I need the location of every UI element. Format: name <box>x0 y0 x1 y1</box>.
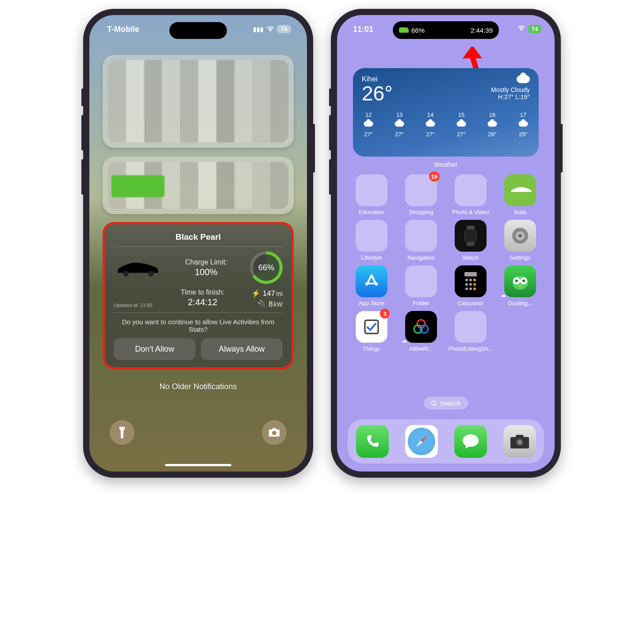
car-icon <box>114 257 162 278</box>
notification-blurred <box>103 55 294 148</box>
home-indicator[interactable] <box>165 464 231 466</box>
charge-limit-value: 100% <box>168 267 245 277</box>
status-icons: ▮▮▮ 74 <box>253 25 291 33</box>
gear-icon <box>510 226 530 246</box>
svg-rect-9 <box>464 272 477 276</box>
dont-allow-button[interactable]: Don't Allow <box>114 338 196 360</box>
svg-point-11 <box>469 279 472 281</box>
dock-camera[interactable] <box>503 425 536 458</box>
dock <box>348 419 544 464</box>
search-icon <box>431 400 437 406</box>
svg-point-12 <box>473 279 476 281</box>
app-watch[interactable]: Watch <box>448 220 494 261</box>
time-to-finish-value: 2:44:12 <box>168 297 238 307</box>
svg-point-22 <box>515 280 518 282</box>
home-screen[interactable]: 11:01 66% 2:44:39 74 Kihei 26° Mostly Cl… <box>337 15 555 472</box>
updated-label: Updated at: 11:00 <box>114 303 162 310</box>
cellular-icon: ▮▮▮ <box>253 26 264 33</box>
car-icon <box>399 27 409 33</box>
app-navigation[interactable]: Navigation <box>398 220 444 261</box>
svg-point-16 <box>465 288 468 290</box>
app-calculator[interactable]: Calculator <box>448 265 494 307</box>
svg-point-1 <box>148 271 154 276</box>
app-duolingo[interactable]: ☁Duoling... <box>497 265 543 307</box>
dynamic-island[interactable] <box>169 22 227 39</box>
notification-blurred <box>103 157 294 214</box>
lock-screen: T-Mobile ▮▮▮ 74 Black Pearl Charge Limit… <box>89 15 307 472</box>
battery-indicator: 74 <box>528 25 541 33</box>
status-icons: 74 <box>518 25 541 33</box>
live-activity-card[interactable]: Black Pearl Charge Limit: 100% 66% Updat… <box>103 222 294 369</box>
app-grid: Education 19Shopping Photo & Video Stats… <box>349 174 543 352</box>
battery-indicator: 74 <box>277 25 291 33</box>
owl-icon <box>509 270 531 292</box>
badge: 3 <box>380 309 390 318</box>
svg-line-29 <box>435 404 437 406</box>
wifi-icon <box>266 26 274 32</box>
app-appstore[interactable]: App Store <box>349 265 395 307</box>
app-education[interactable]: Education <box>349 174 395 215</box>
app-alltherings[interactable]: ☁AlltheRi... <box>398 311 444 352</box>
weather-hourly: 1227°1327°1427°1527°1626°1725° <box>362 111 530 138</box>
svg-point-15 <box>473 283 476 286</box>
no-older-notifications-label: No Older Notifications <box>89 382 307 391</box>
app-photo-video[interactable]: Photo & Video <box>448 174 494 215</box>
clock-label: 11:01 <box>353 25 373 34</box>
island-timer: 2:44:39 <box>471 27 493 34</box>
weather-temperature: 26° <box>362 83 393 104</box>
svg-rect-4 <box>465 229 476 242</box>
svg-point-0 <box>123 271 129 276</box>
live-activity-title: Black Pearl <box>114 232 283 242</box>
weather-condition: Mostly Cloudy <box>491 86 530 93</box>
badge: 19 <box>429 172 440 181</box>
flashlight-button[interactable] <box>110 420 134 445</box>
app-things[interactable]: 3Things <box>349 311 395 352</box>
spotlight-search-button[interactable]: Search <box>424 397 468 410</box>
camera-button[interactable] <box>262 420 287 445</box>
app-stats[interactable]: Stats <box>497 174 543 215</box>
live-activity-question: Do you want to continue to allow Live Ac… <box>114 318 283 333</box>
charge-progress-ring: 66% <box>250 251 283 284</box>
dynamic-island-live[interactable]: 66% 2:44:39 <box>393 21 499 39</box>
svg-point-23 <box>522 280 525 282</box>
weather-widget-label: Weather <box>337 161 555 168</box>
always-allow-button[interactable]: Always Allow <box>201 338 283 360</box>
island-percent: 66% <box>411 27 425 34</box>
cloud-icon <box>517 75 530 83</box>
svg-rect-3 <box>467 226 475 229</box>
dock-messages[interactable] <box>454 425 487 458</box>
svg-point-18 <box>473 288 476 290</box>
svg-point-17 <box>469 288 472 290</box>
svg-point-13 <box>465 283 468 286</box>
svg-point-8 <box>518 234 522 238</box>
weather-widget[interactable]: Kihei 26° Mostly Cloudy H:27° L:19° 1227… <box>353 68 539 157</box>
app-shopping[interactable]: 19Shopping <box>398 174 444 215</box>
svg-point-10 <box>465 279 468 281</box>
phone-left: T-Mobile ▮▮▮ 74 Black Pearl Charge Limit… <box>83 9 313 478</box>
app-lifestyle[interactable]: Lifestyle <box>349 220 395 261</box>
range-power-stats: ⚡ 147mi 🔌 8kW <box>243 288 283 310</box>
svg-point-28 <box>432 401 436 405</box>
wifi-icon <box>518 25 525 33</box>
phone-right: 11:01 66% 2:44:39 74 Kihei 26° Mostly Cl… <box>331 9 561 478</box>
time-to-finish-label: Time to finish: <box>168 288 238 296</box>
app-folder[interactable]: Folder <box>398 265 444 307</box>
svg-point-31 <box>518 440 522 445</box>
svg-point-14 <box>469 283 472 286</box>
weather-hilo: H:27° L:19° <box>491 93 530 100</box>
svg-rect-5 <box>467 242 475 246</box>
dock-safari[interactable] <box>405 425 438 458</box>
app-photoediting[interactable]: PhotoEditingSh... <box>448 311 494 352</box>
carrier-label: T-Mobile <box>107 25 139 34</box>
dock-phone[interactable] <box>356 425 389 458</box>
charge-limit-label: Charge Limit: <box>168 258 245 266</box>
app-settings[interactable]: Settings <box>497 220 543 261</box>
